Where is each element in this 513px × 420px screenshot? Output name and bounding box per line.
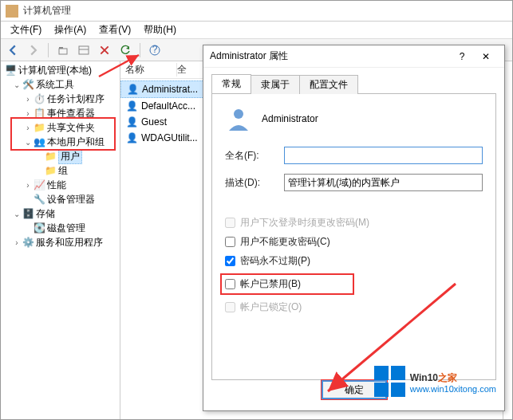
folder-icon: 📁 bbox=[44, 164, 57, 177]
app-icon bbox=[6, 5, 18, 18]
tab-general[interactable]: 常规 bbox=[211, 74, 251, 93]
dialog-titlebar[interactable]: Administrator 属性 ? ✕ bbox=[203, 45, 504, 68]
disk-icon: 💽 bbox=[33, 222, 45, 234]
menu-file[interactable]: 文件(F) bbox=[4, 22, 48, 38]
tab-profile[interactable]: 配置文件 bbox=[299, 75, 358, 94]
tree-task[interactable]: ›⏱️任务计划程序 bbox=[1, 92, 120, 106]
back-button[interactable] bbox=[4, 41, 22, 59]
dialog-title: Administrator 属性 bbox=[210, 49, 450, 63]
services-icon: ⚙️ bbox=[22, 236, 34, 249]
svg-text:?: ? bbox=[152, 45, 158, 55]
chk-locked bbox=[225, 302, 235, 312]
tree-services[interactable]: ›⚙️服务和应用程序 bbox=[1, 235, 120, 249]
tree-perf[interactable]: ›📈性能 bbox=[1, 178, 120, 192]
help-button[interactable]: ? bbox=[450, 49, 474, 65]
expand-icon[interactable]: ⌄ bbox=[12, 210, 22, 218]
tree-users[interactable]: 📁用户 bbox=[1, 149, 120, 163]
chk-nextlogin-row: 用户下次登录时须更改密码(M) bbox=[225, 216, 483, 230]
menu-action[interactable]: 操作(A) bbox=[48, 22, 93, 38]
toolbar-btn-2[interactable] bbox=[75, 41, 93, 59]
chk-disabled-row[interactable]: 帐户已禁用(B) bbox=[225, 277, 349, 291]
tree-root[interactable]: 🖥️计算机管理(本地) bbox=[1, 63, 120, 77]
windows-logo-icon bbox=[374, 366, 405, 397]
highlight-disabled: 帐户已禁用(B) bbox=[220, 273, 354, 295]
chk-cantchange[interactable] bbox=[225, 237, 235, 247]
svg-point-6 bbox=[234, 109, 243, 119]
col-full[interactable]: 全 bbox=[177, 63, 187, 77]
user-icon: 👤 bbox=[125, 116, 138, 128]
perf-icon: 📈 bbox=[33, 179, 45, 191]
close-button[interactable]: ✕ bbox=[474, 49, 498, 65]
window-title: 计算机管理 bbox=[23, 4, 71, 18]
user-icon: 👤 bbox=[125, 100, 138, 112]
chk-cantchange-row[interactable]: 用户不能更改密码(C) bbox=[225, 235, 483, 249]
task-icon: ⏱️ bbox=[33, 92, 45, 105]
tree-pane[interactable]: 🖥️计算机管理(本地) ⌄🛠️系统工具 ›⏱️任务计划程序 ›📋事件查看器 ›📁… bbox=[1, 61, 120, 419]
chk-disabled[interactable] bbox=[225, 279, 235, 289]
tree-storage[interactable]: ⌄🗄️存储 bbox=[1, 206, 120, 221]
tab-row: 常规 隶属于 配置文件 bbox=[211, 74, 496, 93]
expand-icon[interactable]: › bbox=[23, 181, 33, 190]
watermark: Win10之家 www.win10xitong.com bbox=[374, 366, 496, 397]
username-label: Administrator bbox=[262, 113, 318, 124]
expand-icon[interactable]: › bbox=[23, 109, 33, 118]
user-icon: 👤 bbox=[125, 131, 138, 144]
menu-help[interactable]: 帮助(H) bbox=[137, 22, 183, 38]
tree-systools[interactable]: ⌄🛠️系统工具 bbox=[1, 77, 120, 92]
expand-icon[interactable]: ⌄ bbox=[12, 80, 22, 89]
chk-neverexp[interactable] bbox=[225, 256, 235, 266]
folder-icon: 📁 bbox=[44, 150, 57, 163]
tab-memberof[interactable]: 隶属于 bbox=[251, 75, 300, 94]
computer-icon: 🖥️ bbox=[4, 64, 17, 77]
tree-groups[interactable]: 📁组 bbox=[1, 163, 120, 178]
user-large-icon bbox=[225, 105, 252, 132]
device-icon: 🔧 bbox=[33, 193, 45, 206]
col-name[interactable]: 名称 bbox=[125, 63, 177, 77]
tree-devmgr[interactable]: 🔧设备管理器 bbox=[1, 192, 120, 206]
desc-label: 描述(D): bbox=[225, 176, 284, 190]
chk-neverexp-row[interactable]: 密码永不过期(P) bbox=[225, 254, 483, 268]
chk-locked-row: 帐户已锁定(O) bbox=[225, 300, 483, 314]
svg-rect-1 bbox=[59, 47, 63, 49]
tab-panel-general: Administrator 全名(F): 描述(D): 用户下次登录时须更改密码… bbox=[211, 93, 496, 380]
tools-icon: 🛠️ bbox=[22, 78, 34, 91]
help-button[interactable]: ? bbox=[146, 41, 164, 59]
fullname-input[interactable] bbox=[284, 147, 483, 164]
forward-button[interactable] bbox=[25, 41, 42, 59]
tree-diskmgr[interactable]: 💽磁盘管理 bbox=[1, 221, 120, 235]
svg-rect-2 bbox=[79, 46, 89, 54]
delete-button[interactable] bbox=[96, 41, 113, 59]
svg-rect-0 bbox=[59, 49, 67, 54]
refresh-button[interactable] bbox=[116, 41, 134, 59]
chk-nextlogin bbox=[225, 218, 235, 228]
desc-input[interactable] bbox=[284, 174, 483, 191]
expand-icon[interactable]: › bbox=[23, 95, 33, 104]
menu-bar: 文件(F) 操作(A) 查看(V) 帮助(H) bbox=[1, 22, 512, 39]
fullname-label: 全名(F): bbox=[225, 149, 284, 163]
window-titlebar: 计算机管理 bbox=[1, 1, 512, 22]
expand-icon[interactable]: › bbox=[12, 238, 22, 247]
up-button[interactable] bbox=[54, 41, 72, 59]
properties-dialog: Administrator 属性 ? ✕ 常规 隶属于 配置文件 Adminis… bbox=[203, 45, 505, 411]
user-icon: 👤 bbox=[126, 83, 139, 96]
menu-view[interactable]: 查看(V) bbox=[93, 22, 137, 38]
storage-icon: 🗄️ bbox=[22, 207, 34, 220]
highlight-tree bbox=[10, 117, 116, 151]
